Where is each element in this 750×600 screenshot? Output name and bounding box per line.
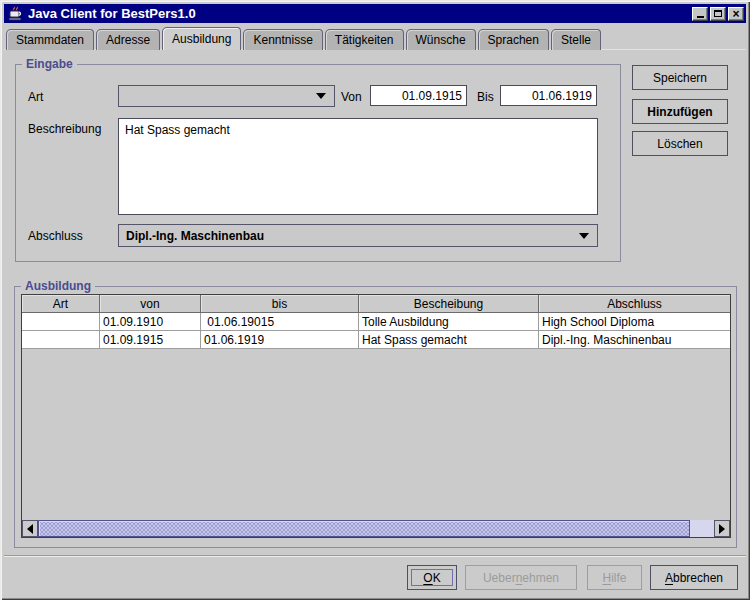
beschreibung-textarea[interactable]: Hat Spass gemacht [118, 118, 598, 215]
maximize-icon [714, 10, 722, 17]
bis-field[interactable] [500, 85, 597, 106]
column-header-art[interactable]: Art [22, 295, 100, 313]
art-label: Art [28, 90, 43, 104]
ok-label-rest: K [433, 571, 441, 585]
von-label: Von [341, 90, 362, 104]
cell-art[interactable] [22, 331, 100, 349]
ok-button[interactable]: OK [407, 565, 457, 590]
cell-von[interactable]: 01.09.1910 [100, 313, 201, 331]
tab-stammdaten[interactable]: Stammdaten [6, 29, 94, 50]
scrollbar-thumb[interactable] [38, 520, 690, 537]
tab-kenntnisse[interactable]: Kenntnisse [243, 29, 322, 50]
tab-stelle[interactable]: Stelle [551, 29, 601, 50]
abschluss-label: Abschluss [28, 229, 83, 243]
abbrechen-label-key: A [665, 571, 673, 585]
maximize-button[interactable] [710, 7, 726, 21]
tab-bar: Stammdaten Adresse Ausbildung Kenntnisse… [6, 28, 601, 50]
cell-art[interactable] [22, 313, 100, 331]
cell-bescheibung[interactable]: Tolle Ausbildung [359, 313, 539, 331]
art-combobox[interactable] [118, 85, 335, 107]
von-field[interactable] [370, 85, 467, 106]
table-row[interactable]: 01.09.1915 01.06.1919 Hat Spass gemacht … [22, 331, 730, 349]
app-window: Java Client for BestPers1.0 × Stammdaten… [0, 0, 750, 600]
minimize-button[interactable] [692, 7, 708, 21]
column-header-bis[interactable]: bis [201, 295, 359, 313]
scroll-left-icon [27, 524, 33, 534]
ausbildung-group-title: Ausbildung [21, 279, 95, 293]
table-row[interactable]: 01.09.1910 01.06.19015 Tolle Ausbildung … [22, 313, 730, 331]
uebernehmen-label-pre: Ueber [483, 571, 516, 585]
java-cup-icon[interactable] [7, 6, 23, 22]
uebernehmen-label-key: n [516, 571, 523, 585]
tab-taetigkeiten[interactable]: Tätigkeiten [325, 29, 404, 50]
bis-label: Bis [477, 90, 494, 104]
footer-separator [4, 555, 746, 557]
column-header-bescheibung[interactable]: Bescheibung [359, 295, 539, 313]
cell-abschluss[interactable]: Dipl.-Ing. Maschinenbau [539, 331, 730, 349]
window-title: Java Client for BestPers1.0 [28, 6, 690, 21]
hilfe-button[interactable]: Hilfe [587, 565, 642, 590]
cell-bescheibung[interactable]: Hat Spass gemacht [359, 331, 539, 349]
table-empty-area [22, 349, 730, 520]
horizontal-scrollbar[interactable] [22, 520, 730, 537]
chevron-down-icon [579, 233, 589, 239]
tab-sprachen[interactable]: Sprachen [478, 29, 549, 50]
beschreibung-label: Beschreibung [28, 122, 101, 136]
cell-bis[interactable]: 01.06.1919 [201, 331, 359, 349]
close-button[interactable]: × [728, 7, 744, 21]
close-icon: × [732, 9, 739, 19]
abschluss-combobox[interactable]: Dipl.-Ing. Maschinenbau [118, 224, 598, 247]
abschluss-combobox-value: Dipl.-Ing. Maschinenbau [119, 229, 264, 243]
scrollbar-track[interactable] [690, 520, 714, 537]
scroll-left-button[interactable] [22, 520, 38, 537]
ausbildung-table: Art von bis Bescheibung Abschluss 01.09.… [21, 294, 731, 538]
scroll-right-icon [719, 524, 725, 534]
abbrechen-label-rest: bbrechen [673, 571, 723, 585]
minimize-icon [697, 16, 704, 18]
hilfe-label-key: H [602, 571, 611, 585]
cell-von[interactable]: 01.09.1915 [100, 331, 201, 349]
hinzufuegen-button[interactable]: Hinzufügen [632, 99, 728, 124]
title-bar[interactable]: Java Client for BestPers1.0 × [4, 4, 746, 23]
ok-label-key: O [423, 571, 432, 585]
column-header-abschluss[interactable]: Abschluss [539, 295, 730, 313]
abbrechen-button[interactable]: Abbrechen [650, 565, 738, 590]
cell-bis[interactable]: 01.06.19015 [201, 313, 359, 331]
column-header-von[interactable]: von [100, 295, 201, 313]
scroll-right-button[interactable] [714, 520, 730, 537]
tab-wuensche[interactable]: Wünsche [406, 29, 476, 50]
uebernehmen-label-rest: ehmen [522, 571, 559, 585]
hilfe-label-rest: ilfe [611, 571, 626, 585]
loeschen-button[interactable]: Löschen [632, 131, 728, 156]
tab-adresse[interactable]: Adresse [96, 29, 160, 50]
cell-abschluss[interactable]: High School Diploma [539, 313, 730, 331]
speichern-button[interactable]: Speichern [632, 65, 728, 90]
table-header-row: Art von bis Bescheibung Abschluss [22, 295, 730, 313]
chevron-down-icon [316, 93, 326, 99]
tab-ausbildung[interactable]: Ausbildung [162, 27, 241, 50]
uebernehmen-button[interactable]: Uebernehmen [465, 565, 577, 590]
eingabe-group-title: Eingabe [22, 57, 77, 71]
